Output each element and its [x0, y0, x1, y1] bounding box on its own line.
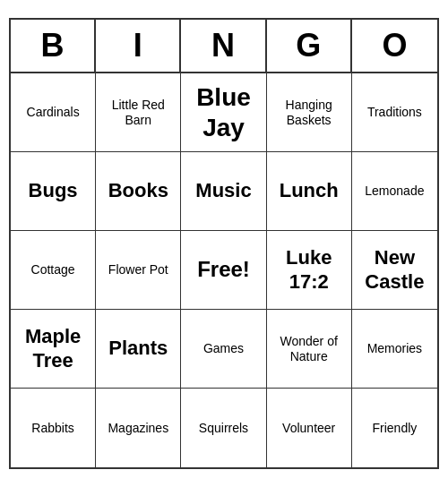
- bingo-cell: Flower Pot: [96, 231, 181, 310]
- bingo-header-letter: B: [11, 20, 96, 72]
- bingo-cell: Free!: [181, 231, 266, 310]
- bingo-header-letter: N: [181, 20, 266, 72]
- bingo-cell: Luke 17:2: [267, 231, 352, 310]
- bingo-cell: Plants: [96, 310, 181, 389]
- bingo-cell: Volunteer: [267, 389, 352, 467]
- bingo-cell: Lunch: [267, 152, 352, 231]
- bingo-cell: Games: [181, 310, 266, 389]
- bingo-header-letter: O: [352, 20, 437, 72]
- bingo-cell: Friendly: [352, 389, 437, 467]
- bingo-header: BINGO: [11, 20, 437, 73]
- bingo-cell: New Castle: [352, 231, 437, 310]
- bingo-cell: Music: [181, 152, 266, 231]
- bingo-cell: Cottage: [11, 231, 96, 310]
- bingo-cell: Books: [96, 152, 181, 231]
- bingo-cell: Bugs: [11, 152, 96, 231]
- bingo-cell: Hanging Baskets: [267, 73, 352, 152]
- bingo-cell: Cardinals: [11, 73, 96, 152]
- bingo-header-letter: G: [267, 20, 352, 72]
- bingo-cell: Squirrels: [181, 389, 266, 467]
- bingo-cell: Rabbits: [11, 389, 96, 467]
- bingo-cell: Wonder of Nature: [267, 310, 352, 389]
- bingo-card: BINGO CardinalsLittle Red BarnBlue JayHa…: [9, 18, 439, 469]
- bingo-cell: Lemonade: [352, 152, 437, 231]
- bingo-grid: CardinalsLittle Red BarnBlue JayHanging …: [11, 73, 437, 467]
- bingo-cell: Magazines: [96, 389, 181, 467]
- bingo-cell: Blue Jay: [181, 73, 266, 152]
- bingo-cell: Little Red Barn: [96, 73, 181, 152]
- bingo-header-letter: I: [96, 20, 181, 72]
- bingo-cell: Traditions: [352, 73, 437, 152]
- bingo-cell: Memories: [352, 310, 437, 389]
- bingo-cell: Maple Tree: [11, 310, 96, 389]
